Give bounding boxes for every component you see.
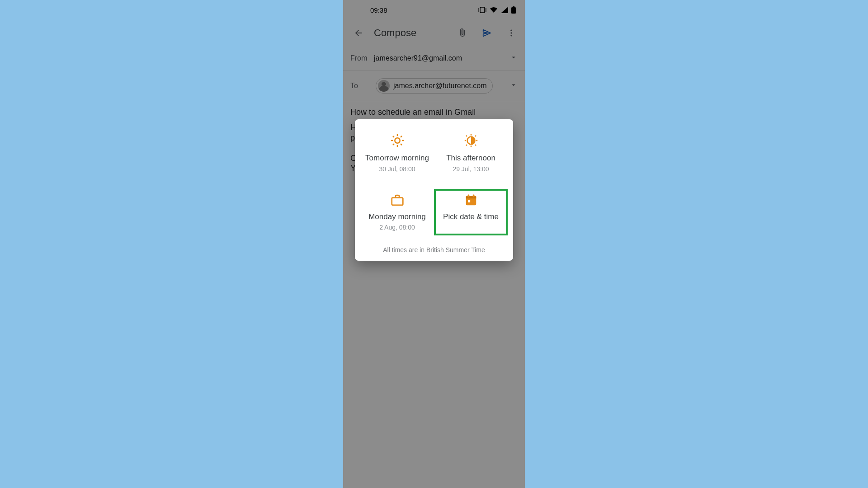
option-title: Monday morning — [368, 212, 426, 221]
calendar-icon — [464, 193, 478, 207]
option-title: Tomorrow morning — [365, 154, 429, 163]
option-subtitle: 2 Aug, 08:00 — [379, 224, 415, 231]
svg-rect-13 — [467, 194, 469, 197]
schedule-send-dialog: Tomorrow morning 30 Jul, 08:00 This afte… — [355, 119, 513, 261]
option-subtitle: 30 Jul, 08:00 — [379, 165, 415, 173]
timezone-note: All times are in British Summer Time — [360, 246, 508, 253]
schedule-option-monday-morning[interactable]: Monday morning 2 Aug, 08:00 — [360, 189, 434, 236]
sun-half-icon — [463, 133, 479, 148]
schedule-option-pick-date-time[interactable]: Pick date & time — [434, 189, 508, 236]
option-subtitle: 29 Jul, 13:00 — [453, 165, 489, 173]
svg-rect-10 — [392, 197, 403, 205]
schedule-option-tomorrow-morning[interactable]: Tomorrow morning 30 Jul, 08:00 — [360, 128, 434, 177]
briefcase-icon — [390, 193, 405, 207]
option-title: Pick date & time — [443, 212, 499, 221]
option-title: This afternoon — [446, 154, 495, 163]
sun-gear-icon — [390, 133, 405, 148]
svg-point-8 — [395, 138, 400, 143]
svg-rect-15 — [468, 200, 470, 202]
schedule-option-this-afternoon[interactable]: This afternoon 29 Jul, 13:00 — [434, 128, 508, 177]
svg-rect-14 — [472, 194, 474, 197]
phone-frame: 09:38 Compose — [343, 0, 525, 488]
svg-rect-12 — [466, 196, 476, 198]
